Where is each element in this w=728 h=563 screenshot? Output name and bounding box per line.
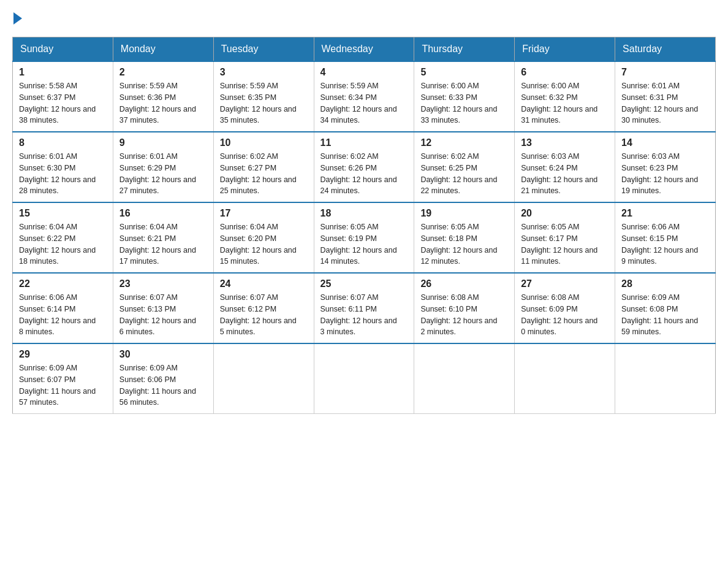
calendar-day-cell: 5Sunrise: 6:00 AMSunset: 6:33 PMDaylight… xyxy=(414,61,515,132)
day-info: Sunrise: 6:04 AMSunset: 6:21 PMDaylight:… xyxy=(119,221,207,267)
day-info: Sunrise: 6:01 AMSunset: 6:29 PMDaylight:… xyxy=(119,151,207,197)
calendar-day-cell: 8Sunrise: 6:01 AMSunset: 6:30 PMDaylight… xyxy=(13,132,113,202)
day-info: Sunrise: 6:06 AMSunset: 6:15 PMDaylight:… xyxy=(621,221,709,267)
day-info: Sunrise: 6:09 AMSunset: 6:07 PMDaylight:… xyxy=(19,362,107,408)
day-number: 14 xyxy=(621,137,709,148)
calendar-day-cell: 21Sunrise: 6:06 AMSunset: 6:15 PMDayligh… xyxy=(615,202,716,273)
calendar-week-row: 8Sunrise: 6:01 AMSunset: 6:30 PMDaylight… xyxy=(13,132,716,202)
calendar-week-row: 22Sunrise: 6:06 AMSunset: 6:14 PMDayligh… xyxy=(13,273,716,343)
day-info: Sunrise: 5:59 AMSunset: 6:34 PMDaylight:… xyxy=(320,80,408,126)
day-info: Sunrise: 6:04 AMSunset: 6:22 PMDaylight:… xyxy=(19,221,107,267)
day-number: 6 xyxy=(521,67,609,78)
day-number: 7 xyxy=(621,67,709,78)
calendar-header-friday: Friday xyxy=(515,37,615,62)
calendar-day-cell: 29Sunrise: 6:09 AMSunset: 6:07 PMDayligh… xyxy=(13,343,113,414)
day-number: 30 xyxy=(119,349,207,360)
day-info: Sunrise: 6:09 AMSunset: 6:06 PMDaylight:… xyxy=(119,362,207,408)
calendar-day-cell: 20Sunrise: 6:05 AMSunset: 6:17 PMDayligh… xyxy=(515,202,615,273)
day-number: 26 xyxy=(420,278,508,289)
calendar-day-cell: 26Sunrise: 6:08 AMSunset: 6:10 PMDayligh… xyxy=(414,273,515,343)
day-info: Sunrise: 6:05 AMSunset: 6:17 PMDaylight:… xyxy=(521,221,609,267)
calendar-day-cell: 28Sunrise: 6:09 AMSunset: 6:08 PMDayligh… xyxy=(615,273,716,343)
calendar-day-cell: 23Sunrise: 6:07 AMSunset: 6:13 PMDayligh… xyxy=(113,273,213,343)
calendar-header-thursday: Thursday xyxy=(414,37,515,62)
day-info: Sunrise: 5:59 AMSunset: 6:35 PMDaylight:… xyxy=(220,80,308,126)
day-info: Sunrise: 5:59 AMSunset: 6:36 PMDaylight:… xyxy=(119,80,207,126)
day-number: 24 xyxy=(220,278,308,289)
calendar-table: SundayMondayTuesdayWednesdayThursdayFrid… xyxy=(12,37,716,414)
calendar-day-cell: 15Sunrise: 6:04 AMSunset: 6:22 PMDayligh… xyxy=(13,202,113,273)
day-info: Sunrise: 6:00 AMSunset: 6:32 PMDaylight:… xyxy=(521,80,609,126)
day-info: Sunrise: 6:04 AMSunset: 6:20 PMDaylight:… xyxy=(220,221,308,267)
calendar-day-cell: 12Sunrise: 6:02 AMSunset: 6:25 PMDayligh… xyxy=(414,132,515,202)
day-number: 17 xyxy=(220,208,308,219)
calendar-day-cell: 24Sunrise: 6:07 AMSunset: 6:12 PMDayligh… xyxy=(213,273,314,343)
calendar-header-tuesday: Tuesday xyxy=(213,37,314,62)
calendar-day-cell: 30Sunrise: 6:09 AMSunset: 6:06 PMDayligh… xyxy=(113,343,213,414)
calendar-day-cell: 17Sunrise: 6:04 AMSunset: 6:20 PMDayligh… xyxy=(213,202,314,273)
calendar-day-cell: 4Sunrise: 5:59 AMSunset: 6:34 PMDaylight… xyxy=(314,61,414,132)
calendar-day-cell: 6Sunrise: 6:00 AMSunset: 6:32 PMDaylight… xyxy=(515,61,615,132)
logo-arrow-icon xyxy=(13,12,22,25)
calendar-day-cell: 2Sunrise: 5:59 AMSunset: 6:36 PMDaylight… xyxy=(113,61,213,132)
day-number: 27 xyxy=(521,278,609,289)
day-number: 8 xyxy=(19,137,107,148)
day-number: 1 xyxy=(19,67,107,78)
calendar-header-row: SundayMondayTuesdayWednesdayThursdayFrid… xyxy=(13,37,716,62)
calendar-header-sunday: Sunday xyxy=(13,37,113,62)
calendar-day-cell: 18Sunrise: 6:05 AMSunset: 6:19 PMDayligh… xyxy=(314,202,414,273)
day-info: Sunrise: 6:02 AMSunset: 6:25 PMDaylight:… xyxy=(420,151,508,197)
day-number: 18 xyxy=(320,208,408,219)
calendar-day-cell: 19Sunrise: 6:05 AMSunset: 6:18 PMDayligh… xyxy=(414,202,515,273)
calendar-header-saturday: Saturday xyxy=(615,37,716,62)
day-number: 16 xyxy=(119,208,207,219)
day-info: Sunrise: 6:02 AMSunset: 6:27 PMDaylight:… xyxy=(220,151,308,197)
page-header xyxy=(12,12,716,25)
day-info: Sunrise: 6:07 AMSunset: 6:12 PMDaylight:… xyxy=(220,292,308,338)
calendar-day-cell: 10Sunrise: 6:02 AMSunset: 6:27 PMDayligh… xyxy=(213,132,314,202)
day-info: Sunrise: 6:08 AMSunset: 6:10 PMDaylight:… xyxy=(420,292,508,338)
day-number: 15 xyxy=(19,208,107,219)
day-number: 11 xyxy=(320,137,408,148)
calendar-day-cell xyxy=(213,343,314,414)
logo xyxy=(12,12,23,25)
day-number: 12 xyxy=(420,137,508,148)
day-number: 28 xyxy=(621,278,709,289)
day-info: Sunrise: 6:02 AMSunset: 6:26 PMDaylight:… xyxy=(320,151,408,197)
day-number: 22 xyxy=(19,278,107,289)
day-number: 10 xyxy=(220,137,308,148)
day-number: 19 xyxy=(420,208,508,219)
calendar-day-cell: 3Sunrise: 5:59 AMSunset: 6:35 PMDaylight… xyxy=(213,61,314,132)
calendar-week-row: 15Sunrise: 6:04 AMSunset: 6:22 PMDayligh… xyxy=(13,202,716,273)
calendar-day-cell: 25Sunrise: 6:07 AMSunset: 6:11 PMDayligh… xyxy=(314,273,414,343)
day-info: Sunrise: 5:58 AMSunset: 6:37 PMDaylight:… xyxy=(19,80,107,126)
day-info: Sunrise: 6:05 AMSunset: 6:18 PMDaylight:… xyxy=(420,221,508,267)
calendar-day-cell: 22Sunrise: 6:06 AMSunset: 6:14 PMDayligh… xyxy=(13,273,113,343)
calendar-day-cell: 27Sunrise: 6:08 AMSunset: 6:09 PMDayligh… xyxy=(515,273,615,343)
day-info: Sunrise: 6:03 AMSunset: 6:23 PMDaylight:… xyxy=(621,151,709,197)
day-number: 4 xyxy=(320,67,408,78)
day-number: 9 xyxy=(119,137,207,148)
day-info: Sunrise: 6:07 AMSunset: 6:13 PMDaylight:… xyxy=(119,292,207,338)
calendar-day-cell: 7Sunrise: 6:01 AMSunset: 6:31 PMDaylight… xyxy=(615,61,716,132)
calendar-header-wednesday: Wednesday xyxy=(314,37,414,62)
day-number: 3 xyxy=(220,67,308,78)
day-info: Sunrise: 6:06 AMSunset: 6:14 PMDaylight:… xyxy=(19,292,107,338)
day-number: 5 xyxy=(420,67,508,78)
calendar-week-row: 1Sunrise: 5:58 AMSunset: 6:37 PMDaylight… xyxy=(13,61,716,132)
calendar-week-row: 29Sunrise: 6:09 AMSunset: 6:07 PMDayligh… xyxy=(13,343,716,414)
day-number: 25 xyxy=(320,278,408,289)
calendar-day-cell: 11Sunrise: 6:02 AMSunset: 6:26 PMDayligh… xyxy=(314,132,414,202)
day-info: Sunrise: 6:08 AMSunset: 6:09 PMDaylight:… xyxy=(521,292,609,338)
day-info: Sunrise: 6:07 AMSunset: 6:11 PMDaylight:… xyxy=(320,292,408,338)
calendar-day-cell xyxy=(615,343,716,414)
day-number: 20 xyxy=(521,208,609,219)
day-info: Sunrise: 6:03 AMSunset: 6:24 PMDaylight:… xyxy=(521,151,609,197)
calendar-day-cell: 9Sunrise: 6:01 AMSunset: 6:29 PMDaylight… xyxy=(113,132,213,202)
day-info: Sunrise: 6:05 AMSunset: 6:19 PMDaylight:… xyxy=(320,221,408,267)
calendar-day-cell: 14Sunrise: 6:03 AMSunset: 6:23 PMDayligh… xyxy=(615,132,716,202)
day-number: 23 xyxy=(119,278,207,289)
calendar-day-cell xyxy=(515,343,615,414)
calendar-day-cell: 1Sunrise: 5:58 AMSunset: 6:37 PMDaylight… xyxy=(13,61,113,132)
day-number: 21 xyxy=(621,208,709,219)
